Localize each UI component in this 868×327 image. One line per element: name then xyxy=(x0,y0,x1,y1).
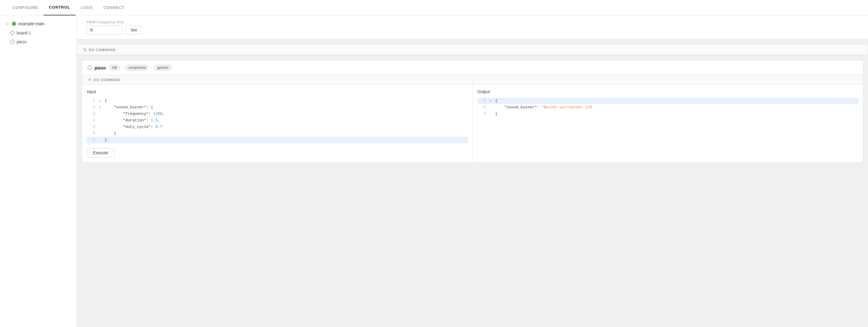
line-num-7: 7 xyxy=(88,137,95,143)
set-button[interactable]: Set xyxy=(126,26,142,34)
piezo-diamond-icon xyxy=(87,65,92,70)
out-text-2: "sound_buzzer": "Buzzer activated: 120 xyxy=(495,104,592,111)
io-panels: Input 1 v { 2 v "sound_buzzer": { xyxy=(82,85,863,162)
sidebar-item-example-main[interactable]: ✓ example-main xyxy=(0,19,77,28)
sidebar-main-label: example-main xyxy=(19,21,44,26)
out-line-2: 2 "sound_buzzer": "Buzzer activated: 120 xyxy=(477,104,859,111)
sidebar-board-label: board-1 xyxy=(17,31,31,35)
code-line-3: 3 "frequency": 1200, xyxy=(87,111,468,117)
toggle-2[interactable]: v xyxy=(99,104,103,111)
do-command-collapsed-title: DO COMMAND xyxy=(89,48,116,52)
sidebar: ✓ example-main board-1 piezo xyxy=(0,16,77,327)
out-num-3: 3 xyxy=(479,111,486,117)
line-num-4: 4 xyxy=(88,117,95,124)
tag-rdk: rdk xyxy=(109,65,120,71)
code-input[interactable]: 1 v { 2 v "sound_buzzer": { 3 xyxy=(87,98,468,143)
line-num-3: 3 xyxy=(88,111,95,117)
diamond-icon-2 xyxy=(10,39,15,45)
out-num-1: 1 xyxy=(479,98,486,104)
piezo-card-header: piezo rdk › component › generic xyxy=(82,60,863,75)
sidebar-item-piezo[interactable]: piezo xyxy=(0,37,77,46)
piezo-do-command-header[interactable]: ✕ DO COMMAND xyxy=(82,75,863,85)
do-command-collapsed-header[interactable]: ⇅ DO COMMAND xyxy=(77,45,868,55)
tag-component: component xyxy=(125,65,149,71)
do-command-collapsed-section: ⇅ DO COMMAND xyxy=(77,44,868,55)
pwm-label: PWM Frequency (Hz) xyxy=(87,20,859,24)
sidebar-item-board-1[interactable]: board-1 xyxy=(0,28,77,37)
output-code: 1 v { 2 "sound_buzzer": "Buzzer activate… xyxy=(477,98,859,117)
out-toggle-1[interactable]: v xyxy=(489,98,494,104)
output-panel-title: Output xyxy=(477,89,859,94)
toggle-1[interactable]: v xyxy=(99,98,103,104)
nav-configure[interactable]: CONFIGURE xyxy=(7,0,43,16)
line-num-2: 2 xyxy=(88,104,95,111)
code-line-2: 2 v "sound_buzzer": { xyxy=(87,104,468,111)
code-text-2: "sound_buzzer": { xyxy=(104,104,153,111)
code-line-6: 6 } xyxy=(87,130,468,137)
line-num-6: 6 xyxy=(88,130,95,137)
expand-icon: ⇅ xyxy=(83,48,87,52)
code-text-1: { xyxy=(104,98,107,104)
code-line-1: 1 v { xyxy=(87,98,468,104)
tag-arrow-2: › xyxy=(151,65,152,70)
pwm-section: PWM Frequency (Hz) Set xyxy=(77,16,868,39)
code-text-5: "duty_cycle": 0.7 xyxy=(104,124,162,130)
main-layout: ✓ example-main board-1 piezo PWM Frequen… xyxy=(0,16,868,327)
code-text-4: "duration": 1.5, xyxy=(104,117,160,124)
execute-button[interactable]: Execute xyxy=(87,148,114,158)
out-num-2: 2 xyxy=(479,104,486,111)
code-line-4: 4 "duration": 1.5, xyxy=(87,117,468,124)
top-nav: CONFIGURE CONTROL LOGS CONNECT xyxy=(0,0,868,16)
nav-logs[interactable]: LOGS xyxy=(75,0,98,16)
input-panel-title: Input xyxy=(87,89,468,94)
tag-generic: generic xyxy=(154,65,172,71)
execute-wrap: Execute xyxy=(87,148,468,158)
code-text-6: } xyxy=(104,130,116,137)
nav-connect[interactable]: CONNECT xyxy=(98,0,130,16)
out-text-1: { xyxy=(495,98,498,104)
diamond-icon xyxy=(10,31,15,36)
status-dot xyxy=(12,22,16,26)
line-num-1: 1 xyxy=(88,98,95,104)
main-content: PWM Frequency (Hz) Set ⇅ DO COMMAND piez… xyxy=(77,16,868,327)
line-num-5: 5 xyxy=(88,124,95,130)
piezo-do-command-title: DO COMMAND xyxy=(94,78,121,82)
output-panel: Output 1 v { 2 "sound_buzzer": "B xyxy=(473,85,863,162)
sidebar-piezo-label: piezo xyxy=(17,39,26,44)
collapse-icon: ✕ xyxy=(88,78,91,82)
out-line-3: 3 } xyxy=(477,111,859,117)
out-text-3: } xyxy=(495,111,498,117)
piezo-card: piezo rdk › component › generic ✕ DO COM… xyxy=(82,60,863,163)
input-panel: Input 1 v { 2 v "sound_buzzer": { xyxy=(82,85,473,162)
code-text-7: } xyxy=(104,137,107,143)
code-line-5: 5 "duty_cycle": 0.7 xyxy=(87,124,468,130)
nav-control[interactable]: CONTROL xyxy=(43,0,75,16)
pwm-row: Set xyxy=(87,26,859,34)
code-text-3: "frequency": 1200, xyxy=(104,111,165,117)
piezo-card-name: piezo xyxy=(94,65,106,70)
check-icon: ✓ xyxy=(6,21,9,26)
out-line-1: 1 v { xyxy=(477,98,859,104)
tag-arrow-1: › xyxy=(122,65,123,70)
pwm-input[interactable] xyxy=(87,26,122,34)
code-line-7: 7 } xyxy=(87,137,468,143)
